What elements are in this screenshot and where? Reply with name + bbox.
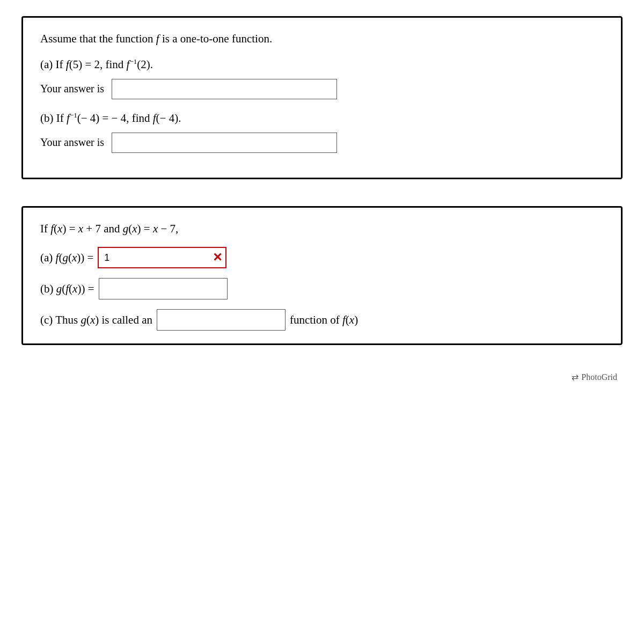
error-x-icon: ✕ (213, 251, 222, 265)
answer-label-a-box1: Your answer is (40, 83, 104, 95)
photogrid-icon: ⇄ (572, 372, 579, 382)
part-c-label-left-box2: (c) Thus g(x) is called an (40, 313, 152, 327)
part-b-box2: (b) g(f(x)) = (40, 278, 604, 299)
problem-box-2: If f(x) = x + 7 and g(x) = x − 7, (a) f(… (21, 206, 623, 346)
part-b-box1: (b) If f−1(− 4) = − 4, find f(− 4). Your… (40, 111, 604, 153)
part-a-question-box1: (a) If f(5) = 2, find f−1(2). (40, 57, 604, 71)
answer-row-a-box1: Your answer is (40, 79, 604, 99)
part-c-label-right-box2: function of f(x) (290, 313, 358, 327)
intro-text-1: Assume that the function f is a one-to-o… (40, 31, 604, 48)
answer-input-c-box2[interactable] (157, 309, 286, 331)
answer-input-a-box1[interactable] (112, 79, 337, 99)
photogrid-text: PhotoGrid (581, 372, 617, 382)
part-c-input-wrapper-box2 (157, 309, 286, 331)
photogrid-footer: ⇄ PhotoGrid (21, 372, 623, 382)
problem-box-1: Assume that the function f is a one-to-o… (21, 16, 623, 179)
part-a-input-wrapper-box2: ✕ (98, 247, 226, 268)
answer-input-b-box2[interactable] (99, 278, 228, 299)
part-a-box1: (a) If f(5) = 2, find f−1(2). Your answe… (40, 57, 604, 99)
part-c-box2: (c) Thus g(x) is called an function of f… (40, 309, 604, 331)
intro-text-2: If f(x) = x + 7 and g(x) = x − 7, (40, 221, 604, 238)
part-b-label-box2: (b) g(f(x)) = (40, 282, 94, 296)
answer-label-b-box1: Your answer is (40, 136, 104, 149)
part-a-label-box2: (a) f(g(x)) = (40, 251, 93, 265)
photogrid-logo: ⇄ PhotoGrid (572, 372, 617, 382)
part-a-box2: (a) f(g(x)) = ✕ (40, 247, 604, 268)
answer-input-a-box2[interactable] (98, 247, 226, 268)
answer-input-b-box1[interactable] (112, 133, 337, 153)
part-b-question-box1: (b) If f−1(− 4) = − 4, find f(− 4). (40, 111, 604, 125)
answer-row-b-box1: Your answer is (40, 133, 604, 153)
part-b-input-wrapper-box2 (99, 278, 228, 299)
